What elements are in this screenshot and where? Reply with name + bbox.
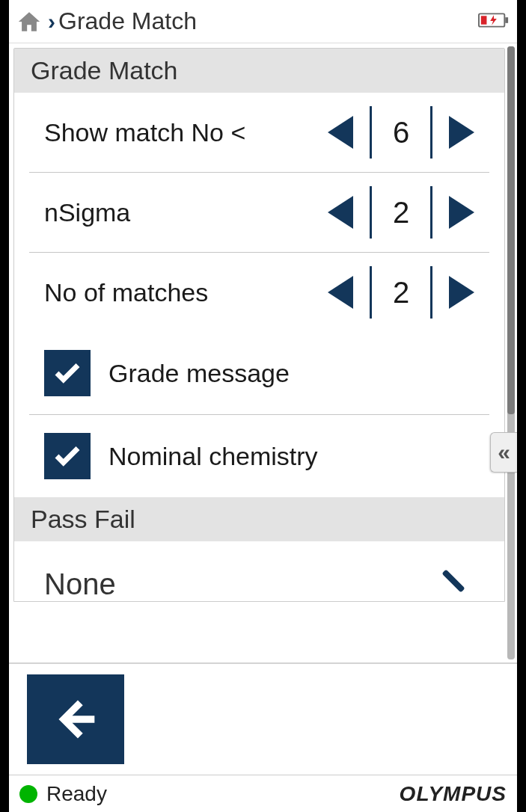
section-header-pass-fail: Pass Fail bbox=[14, 497, 504, 541]
nominal-chemistry-label: Nominal chemistry bbox=[108, 442, 318, 471]
show-match-stepper: 6 bbox=[328, 106, 474, 159]
decrement-icon[interactable] bbox=[328, 116, 353, 149]
grade-message-label: Grade message bbox=[108, 359, 290, 388]
chevron-down-icon bbox=[440, 570, 467, 597]
nsigma-label: nSigma bbox=[44, 198, 328, 227]
show-match-value: 6 bbox=[388, 116, 414, 150]
show-match-label: Show match No < bbox=[44, 118, 328, 147]
increment-icon[interactable] bbox=[449, 116, 474, 149]
no-of-matches-label: No of matches bbox=[44, 278, 328, 307]
no-of-matches-value: 2 bbox=[388, 276, 414, 310]
row-no-of-matches: No of matches 2 bbox=[29, 253, 489, 332]
svg-rect-2 bbox=[481, 16, 487, 24]
home-icon[interactable] bbox=[16, 9, 42, 34]
row-nominal-chemistry: Nominal chemistry bbox=[29, 415, 489, 497]
row-pass-fail-selector[interactable]: None bbox=[14, 541, 504, 601]
svg-marker-3 bbox=[490, 15, 497, 25]
increment-icon[interactable] bbox=[449, 196, 474, 229]
row-grade-message: Grade message bbox=[29, 332, 489, 415]
decrement-icon[interactable] bbox=[328, 276, 353, 309]
settings-scroll-area[interactable]: Grade Match Show match No < 6 nSigma bbox=[9, 43, 505, 662]
back-button[interactable] bbox=[27, 674, 124, 764]
nav-footer bbox=[9, 662, 517, 775]
nominal-chemistry-checkbox[interactable] bbox=[44, 433, 91, 479]
breadcrumb-bar: › Grade Match bbox=[9, 0, 517, 43]
page-title: Grade Match bbox=[58, 7, 197, 35]
row-show-match-no: Show match No < 6 bbox=[29, 93, 489, 173]
row-nsigma: nSigma 2 bbox=[29, 173, 489, 253]
status-bar: Ready OLYMPUS bbox=[9, 775, 517, 812]
status-text: Ready bbox=[46, 782, 391, 806]
section-header-grade-match: Grade Match bbox=[14, 49, 504, 93]
increment-icon[interactable] bbox=[449, 276, 474, 309]
no-of-matches-stepper: 2 bbox=[328, 266, 474, 319]
brand-logo: OLYMPUS bbox=[400, 782, 507, 806]
nsigma-value: 2 bbox=[388, 196, 414, 230]
grade-message-checkbox[interactable] bbox=[44, 350, 91, 396]
battery-low-icon bbox=[478, 11, 510, 32]
vertical-scrollbar[interactable] bbox=[505, 43, 517, 662]
status-indicator-icon bbox=[19, 785, 37, 803]
svg-rect-1 bbox=[505, 17, 508, 23]
chevron-right-icon: › bbox=[48, 9, 55, 34]
side-drawer-handle[interactable]: « bbox=[490, 432, 517, 473]
decrement-icon[interactable] bbox=[328, 196, 353, 229]
pass-fail-value: None bbox=[44, 568, 116, 601]
nsigma-stepper: 2 bbox=[328, 186, 474, 239]
